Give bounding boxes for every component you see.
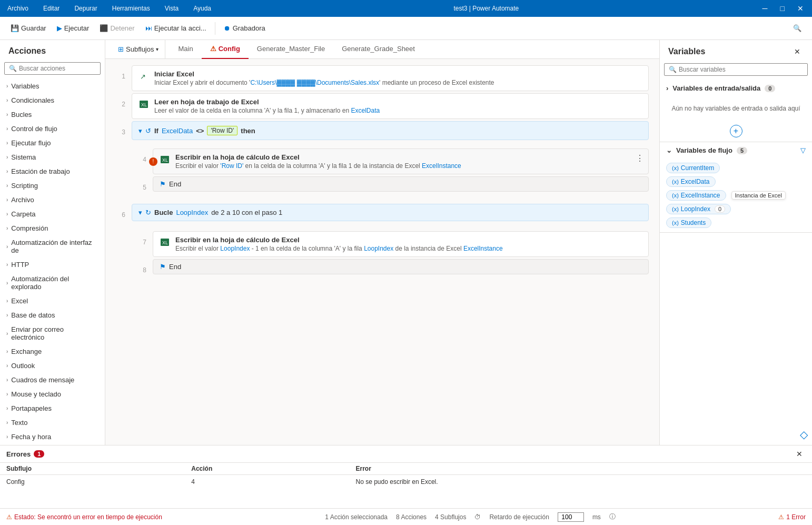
tab-generate-master[interactable]: Generate_Master_File xyxy=(249,40,333,59)
flow-action-4[interactable]: ! XL Escribir en la hoja de cálculo de E… xyxy=(153,148,649,174)
col-accion: Acción xyxy=(185,463,349,475)
save-button[interactable]: 💾 Guardar xyxy=(6,22,51,34)
var-chip-loopindex[interactable]: (x) LoopIndex 0 xyxy=(666,204,731,214)
end-block-8[interactable]: ⚑ End xyxy=(153,259,649,274)
tab-main[interactable]: Main xyxy=(170,40,201,59)
action-7-content: Escribir en la hoja de cálculo de Excel … xyxy=(175,236,642,252)
more-options-icon[interactable]: ⋮ xyxy=(636,153,644,163)
save-label: Guardar xyxy=(21,24,46,32)
menu-herramientas[interactable]: Herramientas xyxy=(109,4,153,13)
var-chip-exceldata[interactable]: (x) ExcelData xyxy=(666,176,716,187)
toolbar: 💾 Guardar ▶ Ejecutar ⬛ Detener ⏭ Ejecuta… xyxy=(0,17,812,40)
flow-action-1[interactable]: ↗ Iniciar Excel Iniciar Excel y abrir el… xyxy=(132,65,649,91)
category-variables[interactable]: ›Variables xyxy=(0,79,105,93)
category-compresion[interactable]: ›Compresión xyxy=(0,221,105,235)
search-input[interactable] xyxy=(19,65,98,72)
action-1-path-link[interactable]: C:\Users\▓▓▓▓ ▓▓▓▓\Documents\Sales.xlsx xyxy=(250,79,379,86)
category-bucles[interactable]: ›Bucles xyxy=(0,107,105,122)
tab-config[interactable]: ⚠ Config xyxy=(202,40,249,59)
category-carpeta[interactable]: ›Carpeta xyxy=(0,207,105,221)
info-icon[interactable]: ⓘ xyxy=(609,512,616,521)
minimize-button[interactable]: ─ xyxy=(758,2,772,15)
status-center: 1 Acción seleccionada 8 Acciones 4 Subfl… xyxy=(325,512,616,522)
tab-generate-grade[interactable]: Generate_Grade_Sheet xyxy=(333,40,423,59)
status-left: ⚠ Estado: Se encontró un error en tiempo… xyxy=(6,513,162,521)
svg-text:XL: XL xyxy=(141,102,147,107)
var-chip-students[interactable]: (x) Students xyxy=(666,217,711,228)
add-variable-button[interactable]: + xyxy=(730,125,742,137)
collapse-icon-loop[interactable]: ▾ xyxy=(138,209,142,216)
chevron-icon: › xyxy=(6,140,8,146)
category-base-datos[interactable]: ›Base de datos xyxy=(0,308,105,322)
category-control-flujo[interactable]: ›Control de flujo xyxy=(0,122,105,136)
collapse-icon[interactable]: ▾ xyxy=(138,127,142,135)
flow-vars-count: 5 xyxy=(737,147,747,154)
action-categories-list: ›Variables ›Condicionales ›Bucles ›Contr… xyxy=(0,79,105,445)
var-chip-currentitem[interactable]: (x) CurrentItem xyxy=(666,163,720,173)
close-variables-button[interactable]: ✕ xyxy=(791,46,804,57)
flow-vars-header[interactable]: ⌄ Variables de flujo 5 ▽ xyxy=(660,142,812,159)
flow-action-7[interactable]: XL Escribir en la hoja de cálculo de Exc… xyxy=(153,231,649,257)
row-id-link[interactable]: 'Row ID' xyxy=(220,162,243,170)
category-outlook[interactable]: ›Outlook xyxy=(0,359,105,373)
search-toolbar-button[interactable]: 🔍 xyxy=(789,22,806,34)
stop-button[interactable]: ⬛ Detener xyxy=(95,22,138,34)
category-automatizacion-interfaz[interactable]: ›Automatización de interfaz de xyxy=(0,235,105,257)
subflows-button[interactable]: ⊞ Subflujos ▾ xyxy=(112,40,165,59)
recorder-button[interactable]: ⏺ Grabadora xyxy=(220,22,270,34)
variables-search-box[interactable]: 🔍 xyxy=(664,63,808,76)
category-texto[interactable]: ›Texto xyxy=(0,415,105,430)
category-fecha[interactable]: ›Fecha y hora xyxy=(0,430,105,444)
menu-vista[interactable]: Vista xyxy=(162,4,182,13)
category-cuadros[interactable]: ›Cuadros de mensaje xyxy=(0,373,105,387)
category-exchange[interactable]: ›Exchange xyxy=(0,344,105,359)
excel-instance-link-7[interactable]: ExcelInstance xyxy=(463,245,503,252)
category-condicionales[interactable]: ›Condicionales xyxy=(0,93,105,107)
status-right[interactable]: ⚠ 1 Error xyxy=(778,513,806,521)
category-archivo[interactable]: ›Archivo xyxy=(0,193,105,207)
variables-search-input[interactable] xyxy=(679,66,803,73)
run-button[interactable]: ▶ Ejecutar xyxy=(53,22,94,34)
menu-depurar[interactable]: Depurar xyxy=(71,4,100,13)
close-error-panel-button[interactable]: ✕ xyxy=(793,449,806,459)
loop-index-link-7a[interactable]: LoopIndex xyxy=(220,245,250,252)
line-num-2: 2 xyxy=(116,93,132,108)
error-panel: Errores 1 ✕ Subflujo Acción Error Config… xyxy=(0,445,812,508)
category-automatizacion-explorador[interactable]: ›Automatización del explorado xyxy=(0,272,105,294)
input-output-header[interactable]: › Variables de entrada/salida 0 xyxy=(660,80,812,96)
category-excel[interactable]: ›Excel xyxy=(0,294,105,308)
search-icon: 🔍 xyxy=(669,66,677,73)
chevron-icon: › xyxy=(6,391,8,397)
excel-icon-2: XL xyxy=(138,99,149,110)
excel-data-link-2[interactable]: ExcelData xyxy=(351,107,380,114)
close-button[interactable]: ✕ xyxy=(793,2,808,15)
category-scripting[interactable]: ›Scripting xyxy=(0,179,105,193)
maximize-button[interactable]: □ xyxy=(776,2,789,15)
end-block-5[interactable]: ⚑ End xyxy=(153,176,649,192)
category-estacion[interactable]: ›Estación de trabajo xyxy=(0,164,105,179)
actions-selected-text: 1 Acción seleccionada xyxy=(325,513,388,521)
category-sistema[interactable]: ›Sistema xyxy=(0,150,105,164)
category-mouse[interactable]: ›Mouse y teclado xyxy=(0,387,105,401)
chevron-icon: › xyxy=(6,169,8,174)
category-http[interactable]: ›HTTP xyxy=(0,257,105,272)
category-correo[interactable]: ›Enviar por correo electrónico xyxy=(0,322,105,344)
if-container[interactable]: ▾ ↺ If ExcelData <> 'Row ID' then xyxy=(132,121,649,140)
filter-icon[interactable]: ▽ xyxy=(800,146,806,154)
excel-instance-link-4[interactable]: ExcelInstance xyxy=(422,162,461,170)
chevron-icon: › xyxy=(6,112,8,117)
menu-editar[interactable]: Editar xyxy=(40,4,63,13)
diamond-icon[interactable]: ◇ xyxy=(800,428,808,441)
delay-input[interactable] xyxy=(558,512,584,522)
category-portapapeles[interactable]: ›Portapapeles xyxy=(0,401,105,415)
var-chip-excelinstance[interactable]: (x) ExcelInstance xyxy=(666,190,726,201)
menu-archivo[interactable]: Archivo xyxy=(4,4,32,13)
left-panel: Acciones 🔍 ›Variables ›Condicionales ›Bu… xyxy=(0,40,105,445)
loop-container[interactable]: ▾ ↻ Bucle LoopIndex de 2 a 10 con el pas… xyxy=(132,204,649,221)
loop-index-link-7b[interactable]: LoopIndex xyxy=(364,245,393,252)
run-action-button[interactable]: ⏭ Ejecutar la acci... xyxy=(141,22,211,34)
flow-action-2[interactable]: XL Leer en hoja de trabajo de Excel Leer… xyxy=(132,93,649,119)
category-ejecutar-flujo[interactable]: ›Ejecutar flujo xyxy=(0,136,105,150)
actions-search-box[interactable]: 🔍 xyxy=(4,62,101,75)
menu-ayuda[interactable]: Ayuda xyxy=(190,4,214,13)
